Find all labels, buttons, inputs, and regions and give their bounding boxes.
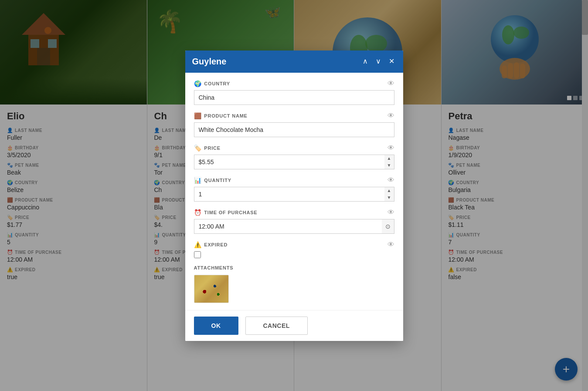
- quantity-eye-icon[interactable]: 👁: [387, 176, 394, 184]
- modal-field-expired: ⚠️ EXPIRED 👁: [194, 241, 394, 258]
- attachment-thumb-inner: [194, 275, 228, 303]
- modal-field-country: 🌍 COUNTRY 👁: [194, 80, 394, 105]
- quantity-spinner-buttons: ▲ ▼: [384, 187, 394, 202]
- modal-field-product-label: 🟫 PRODUCT NAME: [194, 112, 248, 119]
- modal-field-quantity: 📊 QUANTITY 👁 ▲ ▼: [194, 176, 394, 202]
- expired-eye-icon[interactable]: 👁: [387, 241, 394, 249]
- time-eye-icon[interactable]: 👁: [387, 209, 394, 216]
- price-field-icon: 🏷️: [194, 145, 202, 152]
- modal-field-price-header: 🏷️ PRICE 👁: [194, 144, 394, 152]
- modal-footer: OK CANCEL: [185, 310, 403, 341]
- product-eye-icon[interactable]: 👁: [387, 112, 394, 120]
- modal-field-time-header: ⏰ TIME OF PURCHASE 👁: [194, 209, 394, 216]
- ok-button[interactable]: OK: [194, 317, 238, 335]
- product-field-icon: 🟫: [194, 112, 202, 119]
- modal-field-country-header: 🌍 COUNTRY 👁: [194, 80, 394, 88]
- modal-field-time: ⏰ TIME OF PURCHASE 👁 ⊙: [194, 209, 394, 234]
- modal-title: Guylene: [192, 57, 227, 67]
- attachments-section: ATTACHMENTS: [194, 265, 394, 303]
- modal-field-quantity-header: 📊 QUANTITY 👁: [194, 176, 394, 184]
- country-field-icon: 🌍: [194, 80, 202, 87]
- modal-field-expired-header: ⚠️ EXPIRED 👁: [194, 241, 394, 249]
- expired-field-icon: ⚠️: [194, 241, 202, 248]
- country-eye-icon[interactable]: 👁: [387, 80, 394, 88]
- time-input-wrapper: ⊙: [194, 219, 394, 234]
- quantity-spinner-wrapper: ▲ ▼: [194, 187, 394, 202]
- modal-field-product: 🟫 PRODUCT NAME 👁: [194, 112, 394, 137]
- quantity-increment-button[interactable]: ▲: [384, 187, 394, 194]
- country-input[interactable]: [194, 90, 394, 105]
- quantity-field-icon: 📊: [194, 177, 202, 184]
- time-picker-button[interactable]: ⊙: [382, 219, 394, 234]
- modal-body: 🌍 COUNTRY 👁 🟫 PRODUCT NAME 👁: [185, 73, 403, 310]
- time-input[interactable]: [194, 219, 382, 234]
- modal-field-country-label: 🌍 COUNTRY: [194, 80, 230, 87]
- product-input[interactable]: [194, 122, 394, 137]
- price-spinner-buttons: ▲ ▼: [384, 155, 394, 169]
- price-spinner-wrapper: ▲ ▼: [194, 155, 394, 169]
- modal-controls: ∧ ∨ ✕: [361, 57, 396, 66]
- modal-field-product-header: 🟫 PRODUCT NAME 👁: [194, 112, 394, 120]
- attachment-thumbnail[interactable]: [194, 275, 229, 303]
- modal-field-time-label: ⏰ TIME OF PURCHASE: [194, 209, 258, 216]
- modal-field-quantity-label: 📊 QUANTITY: [194, 177, 231, 184]
- attachments-label: ATTACHMENTS: [194, 265, 394, 270]
- expired-checkbox-field: [194, 251, 394, 258]
- price-input[interactable]: [194, 155, 384, 169]
- quantity-decrement-button[interactable]: ▼: [384, 194, 394, 201]
- modal-dialog: Guylene ∧ ∨ ✕ 🌍 COUNTRY 👁: [185, 51, 403, 341]
- modal-header: Guylene ∧ ∨ ✕: [185, 51, 403, 73]
- modal-field-price-label: 🏷️ PRICE: [194, 145, 221, 152]
- time-field-icon: ⏰: [194, 209, 202, 216]
- modal-field-price: 🏷️ PRICE 👁 ▲ ▼: [194, 144, 394, 169]
- modal-field-expired-label: ⚠️ EXPIRED: [194, 241, 228, 248]
- modal-collapse-down-button[interactable]: ∨: [374, 57, 383, 66]
- price-eye-icon[interactable]: 👁: [387, 144, 394, 152]
- modal-close-button[interactable]: ✕: [387, 57, 396, 66]
- cancel-button[interactable]: CANCEL: [245, 317, 308, 335]
- modal-overlay: Guylene ∧ ∨ ✕ 🌍 COUNTRY 👁: [0, 0, 588, 391]
- price-increment-button[interactable]: ▲: [384, 155, 394, 162]
- expired-checkbox[interactable]: [194, 251, 201, 258]
- price-decrement-button[interactable]: ▼: [384, 162, 394, 169]
- quantity-input[interactable]: [194, 187, 384, 202]
- modal-collapse-up-button[interactable]: ∧: [361, 57, 370, 66]
